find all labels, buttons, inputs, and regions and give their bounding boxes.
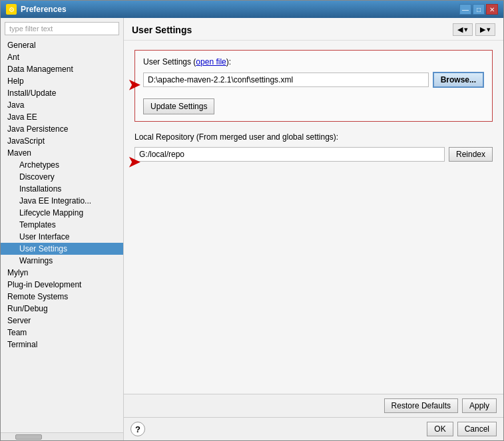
sidebar-item-general[interactable]: General bbox=[1, 39, 123, 51]
right-panel: User Settings ◀ ▾ ▶ ▾ ➤ bbox=[124, 18, 503, 440]
sidebar-item-run-debug[interactable]: Run/Debug bbox=[1, 303, 123, 315]
back-icon: ◀ bbox=[457, 25, 463, 34]
sidebar-item-maven[interactable]: Maven bbox=[1, 147, 123, 159]
label-suffix: ): bbox=[226, 57, 231, 67]
sidebar-item-java[interactable]: Java bbox=[1, 99, 123, 111]
minimize-button[interactable]: — bbox=[459, 4, 471, 15]
window-title: Preferences bbox=[21, 5, 67, 14]
window-icon: ⚙ bbox=[6, 4, 17, 15]
left-panel: General Ant Data Management Help Install… bbox=[1, 18, 124, 440]
sidebar-item-help[interactable]: Help bbox=[1, 75, 123, 87]
tree-area: General Ant Data Management Help Install… bbox=[1, 39, 123, 432]
settings-path-input[interactable] bbox=[143, 73, 429, 87]
sidebar-item-lifecycle-mapping[interactable]: Lifecycle Mapping bbox=[1, 207, 123, 219]
sidebar-item-mylyn[interactable]: Mylyn bbox=[1, 267, 123, 279]
maximize-button[interactable]: □ bbox=[473, 4, 485, 15]
sidebar-item-java-ee[interactable]: Java EE bbox=[1, 111, 123, 123]
title-bar: ⚙ Preferences — □ ✕ bbox=[1, 1, 503, 18]
label-prefix: User Settings ( bbox=[143, 57, 196, 67]
ok-cancel-row: OK Cancel bbox=[427, 422, 497, 436]
user-settings-label: User Settings (open file): bbox=[143, 57, 484, 67]
arrow-indicator-1: ➤ bbox=[128, 76, 140, 94]
bottom-action-bar: Restore Defaults Apply bbox=[124, 394, 503, 417]
title-bar-left: ⚙ Preferences bbox=[6, 4, 67, 15]
right-content: ➤ User Settings (open file): Browse... U… bbox=[124, 41, 503, 394]
sidebar-item-java-ee-integration[interactable]: Java EE Integratio... bbox=[1, 195, 123, 207]
sidebar-item-user-interface[interactable]: User Interface bbox=[1, 231, 123, 243]
sidebar-item-team[interactable]: Team bbox=[1, 327, 123, 339]
nav-buttons: ◀ ▾ ▶ ▾ bbox=[453, 23, 495, 36]
scroll-thumb[interactable] bbox=[15, 434, 42, 440]
horizontal-scrollbar[interactable] bbox=[1, 432, 123, 440]
help-button[interactable]: ? bbox=[130, 422, 145, 436]
forward-icon: ▶ bbox=[480, 25, 485, 34]
nav-forward-button[interactable]: ▶ ▾ bbox=[475, 23, 495, 36]
page-title: User Settings bbox=[132, 25, 192, 35]
apply-button[interactable]: Apply bbox=[462, 398, 497, 413]
sidebar-item-install-update[interactable]: Install/Update bbox=[1, 87, 123, 99]
footer-bar: ? OK Cancel bbox=[124, 417, 503, 440]
sidebar-item-installations[interactable]: Installations bbox=[1, 183, 123, 195]
sidebar-item-server[interactable]: Server bbox=[1, 315, 123, 327]
title-controls: — □ ✕ bbox=[459, 4, 498, 15]
sidebar-item-user-settings[interactable]: User Settings bbox=[1, 243, 123, 255]
content-area: General Ant Data Management Help Install… bbox=[1, 18, 503, 440]
bottom-bar-right: Restore Defaults Apply bbox=[384, 398, 497, 413]
user-settings-box: User Settings (open file): Browse... Upd… bbox=[134, 50, 493, 122]
sidebar-item-terminal[interactable]: Terminal bbox=[1, 339, 123, 351]
right-header: User Settings ◀ ▾ ▶ ▾ bbox=[124, 18, 503, 41]
filter-input[interactable] bbox=[5, 22, 119, 35]
sidebar-item-java-persistence[interactable]: Java Persistence bbox=[1, 123, 123, 135]
local-repo-input[interactable] bbox=[134, 147, 445, 162]
close-button[interactable]: ✕ bbox=[486, 4, 498, 15]
sidebar-item-warnings[interactable]: Warnings bbox=[1, 255, 123, 267]
update-settings-button[interactable]: Update Settings bbox=[143, 98, 214, 114]
nav-fwd-dropdown-icon: ▾ bbox=[487, 25, 491, 34]
local-repo-label: Local Repository (From merged user and g… bbox=[134, 132, 493, 142]
sidebar-item-ant[interactable]: Ant bbox=[1, 51, 123, 63]
local-repo-section: ➤ Local Repository (From merged user and… bbox=[134, 132, 493, 162]
open-file-link[interactable]: open file bbox=[196, 57, 226, 67]
cancel-button[interactable]: Cancel bbox=[457, 422, 497, 436]
reindex-button[interactable]: Reindex bbox=[449, 147, 493, 162]
sidebar-item-data-management[interactable]: Data Management bbox=[1, 63, 123, 75]
sidebar-item-plugin-development[interactable]: Plug-in Development bbox=[1, 279, 123, 291]
sidebar-item-discovery[interactable]: Discovery bbox=[1, 171, 123, 183]
preferences-window: ⚙ Preferences — □ ✕ General Ant Data Man… bbox=[0, 0, 504, 441]
update-settings-wrapper: Update Settings bbox=[143, 93, 484, 114]
sidebar-item-javascript[interactable]: JavaScript bbox=[1, 135, 123, 147]
local-repo-row: Reindex bbox=[134, 147, 493, 162]
sidebar-item-remote-systems[interactable]: Remote Systems bbox=[1, 291, 123, 303]
restore-defaults-button[interactable]: Restore Defaults bbox=[384, 398, 458, 413]
arrow-indicator-2: ➤ bbox=[128, 154, 140, 171]
sidebar-item-archetypes[interactable]: Archetypes bbox=[1, 159, 123, 171]
sidebar-item-templates[interactable]: Templates bbox=[1, 219, 123, 231]
nav-dropdown-icon: ▾ bbox=[464, 25, 468, 34]
browse-button[interactable]: Browse... bbox=[433, 72, 484, 88]
settings-path-row: Browse... bbox=[143, 72, 484, 88]
ok-button[interactable]: OK bbox=[427, 422, 453, 436]
nav-back-button[interactable]: ◀ ▾ bbox=[453, 23, 473, 36]
user-settings-section: ➤ User Settings (open file): Browse... U… bbox=[134, 50, 493, 122]
